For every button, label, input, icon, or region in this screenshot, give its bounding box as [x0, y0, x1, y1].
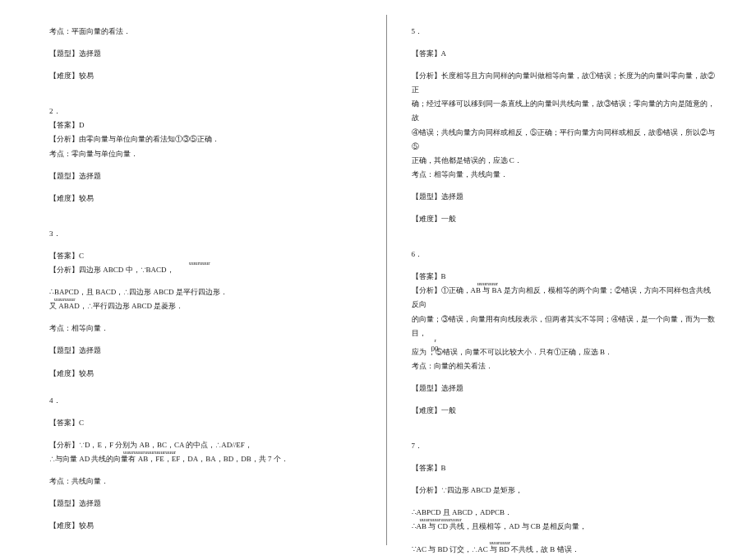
q7-fenxi-a: 【分析】∵四边形 ABCD 是矩形，	[412, 484, 716, 498]
q3-fenxi-a: uuuruuur 【分析】四边形 ABCD 中，∵BACD，	[49, 263, 353, 277]
q1-tixing: 【题型】选择题	[49, 47, 353, 61]
q2-kaodian: 考点：零向量与单位向量．	[49, 147, 353, 161]
q2-block: 2． 【答案】D 【分析】由零向量与单位向量的看法知①③⑤正确． 考点：零向量与…	[49, 104, 353, 206]
vector-sup: uuuruuuruuuruuuruuur	[123, 447, 176, 458]
q1-kaodian: 考点：平面向量的看法．	[49, 25, 353, 39]
q5-nandu: 【难度】一般	[412, 212, 716, 226]
q4-kaodian: 考点：共线向量．	[49, 474, 353, 488]
q2-nandu: 【难度】较易	[49, 192, 353, 206]
vector-sup: uuuruuur	[477, 279, 499, 289]
q2-tixing: 【题型】选择题	[49, 169, 353, 183]
q3-line-b: ∴BAPCD，且 BACD，∴四边形 ABCD 是平行四边形．	[49, 285, 353, 299]
q1-nandu: 【难度】较易	[49, 69, 353, 83]
q3-line-c: uuuruuur 又 ABAD，∴平行四边形 ABCD 是菱形．	[49, 299, 353, 313]
q4-tixing: 【题型】选择题	[49, 497, 353, 511]
q6-fenxi-a: uuuruuur 【分析】①正确，AB 与 BA 是方向相反，模相等的两个向量；…	[412, 284, 716, 312]
vector-sup: uuuruuur	[490, 538, 511, 548]
q4-fenxi-a: 【分析】∵D，E，F 分别为 AB，BC，CA 的中点，∴AD//EF，	[49, 438, 353, 452]
q4-block: 4． 【答案】C 【分析】∵D，E，F 分别为 AB，BC，CA 的中点，∴AD…	[49, 394, 353, 534]
q6-block: 6． 【答案】B uuuruuur 【分析】①正确，AB 与 BA 是方向相反，…	[412, 248, 716, 418]
left-page: 考点：平面向量的看法． 【题型】选择题 【难度】较易 2． 【答案】D 【分析】…	[0, 0, 386, 560]
zero-zero: 00	[431, 342, 439, 356]
q4-line-b: uuuruuuruuuruuuruuur ∴与向量 AD 共线的向量有 AB，F…	[49, 452, 353, 466]
q2-fenxi: 【分析】由零向量与单位向量的看法知①③⑤正确．	[49, 132, 353, 146]
q7-ans: 【答案】B	[412, 461, 716, 475]
q5-kaodian: 考点：相等向量，共线向量．	[412, 168, 716, 182]
q3-kaodian: 考点：相等向量．	[49, 322, 353, 336]
q5-fenxi-b: 确；经过平移可以移到同一条直线上的向量叫共线向量，故③错误；零向量的方向是随意的…	[412, 97, 716, 125]
q6-kaodian: 考点：向量的相关看法．	[412, 359, 716, 373]
q4-ans: 【答案】C	[49, 416, 353, 430]
q3-nandu: 【难度】较易	[49, 367, 353, 381]
q5-ans: 【答案】A	[412, 47, 716, 61]
vector-sup: uuuruuur	[54, 294, 76, 305]
q3-num: 3．	[49, 227, 353, 241]
q6-num: 6．	[412, 248, 716, 261]
q7-num: 7．	[412, 439, 716, 453]
q4-nandu: 【难度】较易	[49, 519, 353, 533]
q4-num: 4．	[49, 394, 353, 408]
q6-ans: 【答案】B	[412, 270, 716, 284]
vector-sup: uuuruuuruuuruuur	[420, 515, 462, 525]
q7-line-d: uuuruuur ∵AC 与 BD 订交，∴AC 与 BD 不共线，故 B 错误…	[412, 543, 716, 557]
q2-ans: 【答案】D	[49, 118, 353, 132]
q5-fenxi-c: ④错误；共线向量方向同样或相反，⑤正确；平行向量方向同样或相反，故⑥错误，所以②…	[412, 126, 716, 154]
right-page: 5． 【答案】A 【分析】长度相等且方向同样的向量叫做相等向量，故①错误；长度为…	[387, 0, 757, 560]
q6-line-c: r 00 应为 ；⑤错误，向量不可以比较大小．只有①正确，应选 B．	[412, 345, 716, 359]
q5-num: 5．	[412, 25, 716, 39]
q3-tixing: 【题型】选择题	[49, 344, 353, 358]
q3-block: 3． 【答案】C uuuruuur 【分析】四边形 ABCD 中，∵BACD， …	[49, 227, 353, 381]
q6-nandu: 【难度】一般	[412, 404, 716, 418]
q5-fenxi-a: 【分析】长度相等且方向同样的向量叫做相等向量，故①错误；长度为的向量叫零向量，故…	[412, 69, 716, 97]
q7-line-c: uuuruuuruuuruuur ∴AB 与 CD 共线，且模相等，AD 与 C…	[412, 520, 716, 534]
vector-sup: uuuruuur	[189, 258, 210, 269]
q2-num: 2．	[49, 104, 353, 118]
q5-block: 5． 【答案】A 【分析】长度相等且方向同样的向量叫做相等向量，故①错误；长度为…	[412, 25, 716, 226]
q5-tixing: 【题型】选择题	[412, 190, 716, 204]
q6-line-b: 的向量；③错误，向量用有向线段表示，但两者其实不等同；④错误，是一个向量，而为一…	[412, 312, 716, 340]
q5-fenxi-d: 正确，其他都是错误的，应选 C．	[412, 154, 716, 168]
q1-block: 考点：平面向量的看法． 【题型】选择题 【难度】较易	[49, 25, 353, 83]
q7-block: 7． 【答案】B 【分析】∵四边形 ABCD 是矩形， ∴ABPCD 且 ABC…	[412, 439, 716, 560]
q6-tixing: 【题型】选择题	[412, 382, 716, 396]
